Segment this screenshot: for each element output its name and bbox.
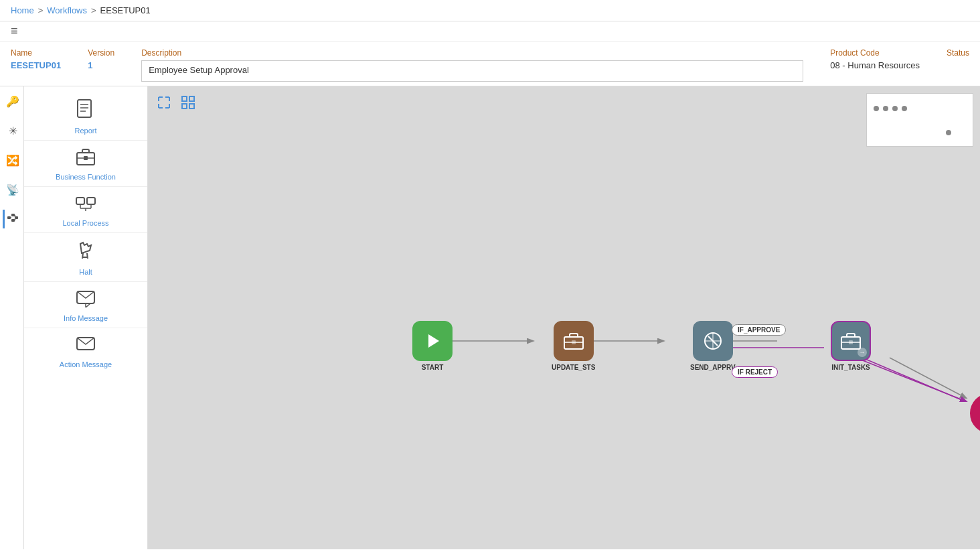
- svg-line-44: [858, 356, 965, 401]
- status-label: Status: [947, 48, 969, 58]
- condition-if-reject: IF REJECT: [732, 366, 778, 378]
- breadcrumb: Home > Workflows > EESETUP01: [0, 0, 980, 21]
- breadcrumb-home[interactable]: Home: [11, 5, 34, 15]
- minimap-dot-3: [892, 106, 898, 111]
- minimap-content: [867, 94, 973, 141]
- report-icon: [76, 98, 95, 124]
- header-fields: Name EESETUP01 Version 1 Description Emp…: [0, 42, 980, 86]
- svg-line-6: [15, 218, 15, 220]
- hamburger-menu[interactable]: ≡: [11, 24, 18, 38]
- palette-item-report[interactable]: Report: [24, 92, 147, 141]
- svg-rect-13: [84, 156, 88, 160]
- breadcrumb-sep2: >: [91, 5, 96, 15]
- minimap-dot-1: [874, 106, 879, 111]
- version-value: 1: [88, 60, 114, 70]
- palette-item-action-message[interactable]: Action Message: [24, 328, 147, 374]
- name-value: EESETUP01: [11, 60, 61, 70]
- breadcrumb-current: EESETUP01: [100, 5, 151, 15]
- node-init-tasks[interactable]: → INIT_TASKS: [831, 321, 871, 371]
- palette-label-info-message: Info Message: [64, 314, 108, 322]
- business-function-icon: [76, 147, 96, 170]
- node-update-label: UPDATE_STS: [552, 364, 595, 371]
- sidebar-icon-fork[interactable]: 🔀: [3, 151, 21, 169]
- minimap-dot-2: [883, 106, 888, 111]
- svg-rect-0: [7, 216, 11, 219]
- svg-line-45: [890, 358, 966, 398]
- svg-rect-3: [15, 216, 18, 219]
- node-send-apprv[interactable]: SEND_APPRV: [690, 321, 736, 371]
- halt-icon: [76, 240, 95, 265]
- top-toolbar: ≡: [0, 21, 980, 42]
- svg-rect-34: [189, 96, 194, 101]
- sidebar-icon-broadcast[interactable]: 📡: [3, 180, 21, 199]
- breadcrumb-workflows[interactable]: Workflows: [47, 5, 87, 15]
- minimap-dot-4: [902, 106, 907, 111]
- node-start-label: START: [422, 364, 444, 371]
- palette-label-action-message: Action Message: [60, 360, 112, 368]
- svg-marker-47: [428, 334, 439, 348]
- palette-item-info-message[interactable]: Info Message: [24, 282, 147, 328]
- canvas-toolbar: [155, 93, 197, 112]
- palette-sidebar: Report Business Function: [24, 86, 148, 549]
- palette-label-report: Report: [74, 127, 96, 135]
- name-label: Name: [11, 48, 61, 58]
- local-process-icon: [75, 194, 96, 216]
- connections-svg: [148, 86, 980, 549]
- condition-if-approve: IF_APPROVE: [732, 324, 786, 336]
- description-label: Description: [141, 48, 803, 58]
- svg-rect-33: [182, 96, 187, 101]
- info-message-icon: [76, 289, 96, 311]
- svg-rect-1: [11, 214, 15, 216]
- svg-rect-57: [849, 340, 853, 344]
- name-field-group: Name EESETUP01: [11, 48, 61, 70]
- action-message-icon: [76, 335, 96, 358]
- sidebar-icon-diagram[interactable]: [3, 210, 21, 228]
- palette-item-business-function[interactable]: Business Function: [24, 141, 147, 187]
- main-layout: 🔑 ✳ 🔀 📡: [0, 86, 980, 549]
- description-value[interactable]: Employee Setup Approval: [141, 60, 803, 82]
- svg-rect-2: [11, 219, 15, 222]
- node-start[interactable]: START: [412, 321, 453, 371]
- breadcrumb-sep1: >: [38, 5, 44, 15]
- palette-label-halt: Halt: [79, 268, 92, 276]
- expand-button[interactable]: [155, 93, 173, 112]
- svg-rect-14: [76, 198, 84, 204]
- palette-item-local-process[interactable]: Local Process: [24, 187, 147, 233]
- palette-label-local-process: Local Process: [62, 219, 108, 227]
- header-right: Product Code 08 - Human Resources Status: [830, 48, 969, 70]
- description-field-group: Description Employee Setup Approval: [141, 48, 803, 82]
- node-end[interactable]: END: [970, 393, 980, 443]
- version-field-group: Version 1: [88, 48, 114, 70]
- sidebar-icon-key[interactable]: 🔑: [3, 92, 21, 111]
- version-label: Version: [88, 48, 114, 58]
- svg-rect-36: [189, 104, 194, 109]
- icon-sidebar: 🔑 ✳ 🔀 📡: [0, 86, 24, 549]
- node-send-label: SEND_APPRV: [690, 364, 736, 371]
- svg-rect-35: [182, 104, 187, 109]
- product-code-label: Product Code: [830, 48, 920, 58]
- sidebar-icon-star[interactable]: ✳: [3, 121, 21, 140]
- palette-item-halt[interactable]: Halt: [24, 233, 147, 282]
- status-field-group: Status: [947, 48, 969, 60]
- product-code-value: 08 - Human Resources: [830, 60, 920, 70]
- product-code-field-group: Product Code 08 - Human Resources: [830, 48, 920, 70]
- svg-rect-15: [87, 198, 95, 204]
- svg-line-46: [858, 358, 966, 401]
- node-init-label: INIT_TASKS: [831, 364, 870, 371]
- minimap-dot-5: [946, 130, 951, 135]
- svg-rect-7: [78, 100, 91, 117]
- svg-rect-50: [572, 340, 576, 344]
- node-update-sts[interactable]: UPDATE_STS: [552, 321, 595, 371]
- minimap: [866, 93, 973, 147]
- palette-label-business-function: Business Function: [56, 173, 116, 181]
- svg-line-5: [15, 215, 15, 218]
- grid-button[interactable]: [179, 93, 197, 112]
- canvas-area[interactable]: START UPDATE_STS: [148, 86, 980, 549]
